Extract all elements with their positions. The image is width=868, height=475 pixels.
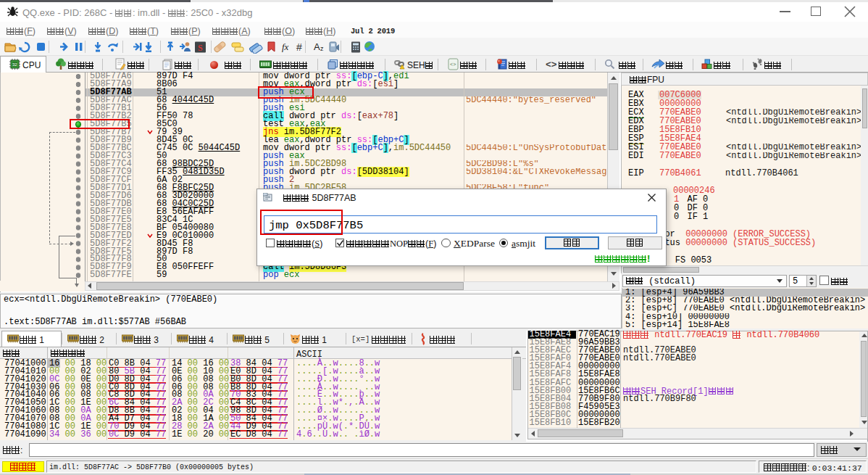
svg-text:A: A	[314, 41, 320, 52]
svg-text:#: #	[296, 41, 302, 53]
svg-text:32: 32	[12, 62, 17, 67]
svg-text:S: S	[198, 43, 203, 53]
svg-text:fx: fx	[282, 41, 289, 52]
svg-text:z: z	[320, 45, 324, 52]
svg-text:<>: <>	[450, 62, 456, 67]
